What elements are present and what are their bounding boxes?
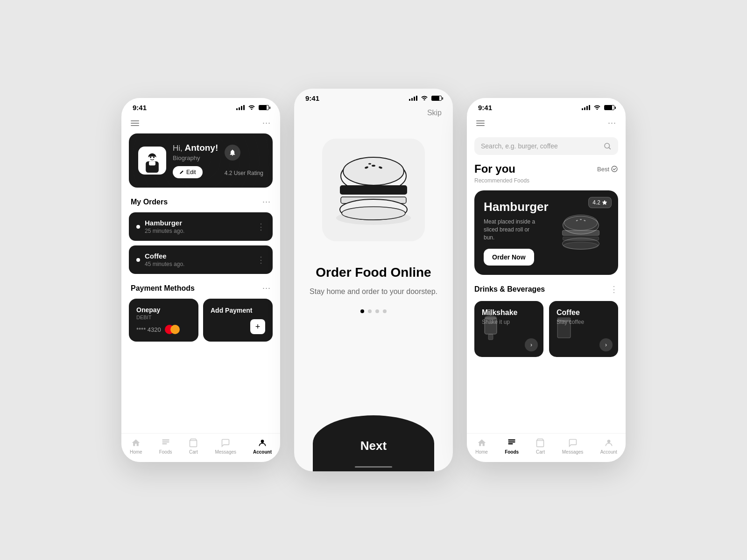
svg-point-34 [564,242,599,249]
drink-card-milkshake[interactable]: Milkshake Shake it up › [474,301,543,357]
top-bar-3: ··· [467,114,626,133]
avatar [138,147,166,175]
card-number: **** 4320 [136,325,191,334]
screen-home: 9:41 ··· Search, e.g. burger, [467,98,626,462]
recommended-text: Recommended Foods [467,177,626,190]
skip-button[interactable]: Skip [427,109,442,117]
profile-left: Hi, Antony! Biography Edit [138,143,218,178]
status-icons-3 [582,104,614,111]
svg-point-37 [485,315,497,320]
account-icon [258,438,267,448]
notification-button[interactable] [225,145,240,161]
svg-rect-44 [508,440,515,441]
add-payment-card[interactable]: Add Payment + [203,299,273,342]
order-item-more-2[interactable]: ⋮ [257,255,265,265]
search-bar[interactable]: Search, e.g. burger, coffee [474,137,618,155]
battery-icon-3 [604,105,614,110]
nav-home[interactable]: Home [130,438,142,455]
edit-button[interactable]: Edit [173,166,203,178]
order-dot-2 [136,258,140,262]
s3-nav-account[interactable]: Account [600,438,617,455]
s3-nav-foods[interactable]: Foods [505,438,519,455]
svg-rect-2 [148,156,157,162]
svg-point-17 [372,165,375,167]
featured-left: Hamburger Meat placed inside a sliced br… [484,200,553,266]
best-icon [611,165,618,173]
add-payment-button[interactable]: + [250,319,265,334]
svg-rect-10 [162,443,167,445]
card-name: Onepay [136,306,191,314]
order-now-button[interactable]: Order Now [484,249,534,266]
svg-rect-6 [149,161,155,166]
bottom-nav-1: Home Foods Cart Messages Account [121,433,280,462]
s3-nav-cart[interactable]: Cart [536,438,545,455]
nav-account-label: Account [253,449,272,455]
nav-account[interactable]: Account [253,438,272,455]
svg-rect-38 [488,334,493,340]
add-payment-title: Add Payment [211,306,252,315]
skip-bar: Skip [294,105,453,125]
wifi-icon-2 [421,95,428,102]
screen-onboarding: 9:41 Skip [294,89,453,471]
drinks-more-icon[interactable]: ⋮ [610,284,618,294]
dot-2 [368,309,372,313]
more-icon[interactable]: ··· [262,118,271,128]
mastercard-icon [165,325,180,334]
search-icon [603,142,612,150]
rating-badge: 4.2 [588,197,612,208]
menu-icon-3[interactable] [476,120,485,126]
nav-messages[interactable]: Messages [215,438,236,455]
battery-icon [259,105,269,110]
home-icon [131,438,141,448]
card-type: DEBIT [136,315,191,320]
svg-point-29 [580,219,582,220]
payment-card-onepay[interactable]: Onepay DEBIT **** 4320 [129,299,198,342]
svg-point-3 [150,156,151,158]
nav-foods-label: Foods [159,449,172,455]
menu-icon[interactable] [131,120,139,126]
payment-more-icon[interactable]: ··· [262,283,271,293]
profile-card: Hi, Antony! Biography Edit 4.2 User Rati… [129,133,273,188]
onboard-text: Order Food Online Stay home and order to… [294,255,453,302]
svg-rect-7 [151,156,153,157]
best-badge: Best [597,165,618,173]
featured-right [553,207,609,259]
svg-rect-9 [162,441,169,443]
svg-point-27 [564,215,598,230]
signal-icon [236,105,245,110]
profile-bio: Biography [173,154,218,161]
coffee-arrow[interactable]: › [599,338,613,351]
nav-foods[interactable]: Foods [159,438,172,455]
svg-point-25 [612,166,617,172]
nav-cart-label: Cart [189,449,198,455]
svg-point-12 [261,440,264,443]
s3-nav-home[interactable]: Home [475,438,488,455]
featured-burger-image [555,207,606,259]
orders-title: My Orders [131,198,168,206]
s3-messages-icon [568,438,578,448]
svg-rect-46 [508,443,513,445]
payment-section: Payment Methods ··· Onepay DEBIT **** 43… [121,283,280,342]
s3-home-icon [477,438,486,448]
featured-desc: Meat placed inside a sliced bread roll o… [484,218,540,241]
next-button[interactable]: Next [313,415,434,471]
nav-home-label: Home [130,449,142,455]
drink-card-coffee[interactable]: Coffee Slay coffee › [549,301,618,357]
wifi-icon [248,104,255,111]
s3-nav-messages-label: Messages [562,449,584,455]
svg-rect-31 [562,230,599,235]
drinks-cards: Milkshake Shake it up › Coffee Sla [474,301,618,357]
order-list: Hamburger 25 minutes ago. ⋮ Coffee 45 mi… [121,212,280,274]
order-item-more[interactable]: ⋮ [257,222,265,232]
milkshake-arrow[interactable]: › [525,338,538,351]
s3-nav-messages[interactable]: Messages [562,438,584,455]
status-bar-3: 9:41 [467,98,626,114]
more-icon-3[interactable]: ··· [608,118,616,128]
nav-cart[interactable]: Cart [189,438,198,455]
orders-more-icon[interactable]: ··· [262,197,271,207]
onboard-image-area [294,125,453,255]
search-input[interactable]: Search, e.g. burger, coffee [481,142,599,150]
svg-point-23 [342,207,405,220]
messages-icon [221,438,230,448]
dot-4 [383,309,387,313]
